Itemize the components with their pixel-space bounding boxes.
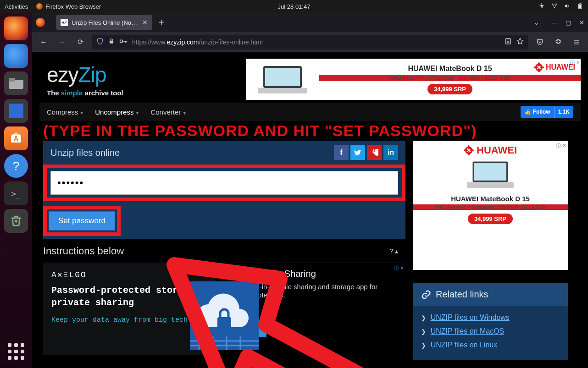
svg-point-42 bbox=[464, 149, 468, 152]
pocket-icon[interactable] bbox=[533, 35, 547, 49]
svg-rect-5 bbox=[580, 3, 581, 4]
facebook-follow[interactable]: 👍 Follow 1.1K bbox=[521, 106, 573, 118]
activities-button[interactable]: Activities bbox=[5, 3, 28, 10]
clock[interactable]: Jul 28 01:47 bbox=[278, 3, 311, 10]
top-banner-ad[interactable]: HUAWEI MateBook D 15 AMD Ryzen™ 7 Proces… bbox=[246, 59, 581, 100]
inline-ad-sub: Keep your data away from big tech bbox=[51, 315, 209, 325]
svg-rect-33 bbox=[217, 317, 231, 328]
svg-point-0 bbox=[541, 3, 542, 4]
inline-ad-headline: Password-protected storage & private sha… bbox=[51, 284, 209, 309]
tab-close-icon[interactable]: ✕ bbox=[142, 19, 148, 26]
tabs-dropdown-icon[interactable]: ⌄ bbox=[534, 19, 539, 26]
share-facebook[interactable]: f bbox=[334, 145, 349, 160]
svg-point-40 bbox=[468, 145, 470, 149]
link-icon bbox=[421, 290, 431, 300]
sidebar-ad-close-icon[interactable]: ⓘ ✕ bbox=[556, 143, 566, 149]
svg-text:A: A bbox=[14, 135, 18, 142]
network-icon[interactable] bbox=[551, 3, 558, 11]
key-icon[interactable] bbox=[119, 38, 128, 46]
lock-icon[interactable] bbox=[108, 38, 115, 46]
reader-mode-icon[interactable] bbox=[505, 38, 512, 46]
password-highlight-box bbox=[43, 165, 405, 201]
site-logo[interactable]: ezyZip The simple archive tool bbox=[39, 56, 123, 98]
sidebar-ad-title: HUAWEI MateBook D 15 bbox=[413, 195, 568, 203]
ad-close-icon[interactable]: ⓘ ✕ bbox=[570, 60, 580, 66]
laptop-icon bbox=[413, 159, 568, 193]
related-link-item: UNZIP files on MacOS bbox=[421, 324, 560, 338]
firefox-icon bbox=[36, 3, 43, 10]
share-buttons: f in bbox=[334, 145, 398, 160]
firefox-logo-icon bbox=[36, 18, 45, 27]
related-link[interactable]: UNZIP files on MacOS bbox=[431, 327, 505, 335]
tab-favicon: eZ bbox=[61, 19, 68, 26]
svg-rect-49 bbox=[474, 163, 506, 181]
active-app-label: Firefox Web Browser bbox=[45, 3, 101, 10]
svg-rect-8 bbox=[9, 78, 15, 82]
dock-ubuntu-software[interactable]: A bbox=[4, 126, 28, 150]
svg-rect-22 bbox=[258, 88, 307, 93]
set-password-button[interactable]: Set password bbox=[49, 211, 115, 231]
new-tab-button[interactable]: + bbox=[156, 17, 167, 28]
window-close-icon[interactable]: ✕ bbox=[579, 19, 584, 26]
gnome-topbar: Activities Firefox Web Browser Jul 28 01… bbox=[0, 0, 588, 13]
url-bar[interactable]: https://www.ezyzip.com/unzip-files-onlin… bbox=[92, 35, 528, 49]
share-twitter[interactable] bbox=[350, 145, 365, 160]
password-input[interactable] bbox=[50, 171, 398, 195]
sidebar-ad-spec: AMD Ryzen™ 7 Processor | 8G DDR | 512G S… bbox=[413, 204, 568, 210]
related-link[interactable]: UNZIP files on Windows bbox=[431, 313, 510, 321]
nav-converter[interactable]: Converter▼ bbox=[150, 108, 187, 116]
dock-show-apps[interactable] bbox=[5, 341, 27, 363]
reload-button[interactable]: ⟳ bbox=[73, 35, 87, 49]
window-maximize-icon[interactable]: ▢ bbox=[566, 19, 571, 26]
share-pinterest[interactable] bbox=[367, 145, 382, 160]
related-links-card: Related links UNZIP files on Windows UNZ… bbox=[413, 283, 568, 360]
dock-libreoffice-writer[interactable] bbox=[4, 99, 28, 123]
ubuntu-dock: A ? >_ bbox=[0, 13, 32, 368]
instructions-toggle[interactable]: ? ▴ bbox=[389, 247, 398, 255]
sidebar-ad-price: 34,999 SRP bbox=[468, 214, 513, 224]
dock-terminal[interactable]: >_ bbox=[4, 181, 28, 205]
laptop-icon bbox=[246, 59, 319, 100]
url-text: https://www.ezyzip.com/unzip-files-onlin… bbox=[132, 38, 500, 46]
svg-rect-21 bbox=[265, 68, 300, 86]
bookmark-star-icon[interactable] bbox=[516, 38, 524, 46]
svg-rect-6 bbox=[579, 4, 582, 8]
dock-firefox[interactable] bbox=[4, 16, 28, 40]
nav-compress[interactable]: Compress▼ bbox=[47, 108, 84, 116]
tracking-shield-icon[interactable] bbox=[96, 38, 104, 46]
dock-files[interactable] bbox=[4, 71, 28, 95]
browser-toolbar: ← → ⟳ https://www.ezyzip.com/unzip-files… bbox=[32, 32, 588, 52]
window-minimize-icon[interactable]: — bbox=[551, 19, 557, 26]
dock-trash[interactable] bbox=[4, 209, 28, 233]
menu-icon[interactable] bbox=[570, 35, 583, 49]
svg-point-25 bbox=[534, 66, 538, 69]
battery-icon[interactable] bbox=[577, 3, 583, 11]
ad-brand: HUAWEI bbox=[534, 62, 575, 72]
dock-help[interactable]: ? bbox=[4, 154, 28, 178]
extensions-icon[interactable] bbox=[551, 35, 565, 49]
ad-spec: AMD Ryzen™ 7 Processor | 8G DDR | 512G S… bbox=[319, 75, 581, 81]
sidebar-ad-brand: HUAWEI bbox=[413, 144, 568, 156]
site-navbar: Compress▼ Uncompress▼ Converter▼ 👍 Follo… bbox=[39, 103, 581, 121]
nav-uncompress[interactable]: Uncompress▼ bbox=[95, 108, 139, 116]
inline-ad-close-icon[interactable]: ⓘ ✕ bbox=[394, 265, 404, 271]
svg-point-24 bbox=[538, 68, 540, 72]
active-app-indicator[interactable]: Firefox Web Browser bbox=[36, 3, 101, 10]
svg-point-26 bbox=[540, 66, 544, 69]
sidebar-ad[interactable]: ⓘ ✕ HUAWEI HUAWEI MateBook D 15 AMD Ryze… bbox=[413, 141, 568, 270]
dock-thunderbird[interactable] bbox=[4, 44, 28, 68]
related-link[interactable]: UNZIP files on Linux bbox=[431, 341, 498, 349]
svg-rect-50 bbox=[467, 182, 514, 188]
card-title: Unzip files online bbox=[50, 148, 120, 158]
inline-ad-brand: A✕ΞLGO bbox=[51, 269, 209, 280]
svg-point-23 bbox=[538, 62, 540, 66]
back-button[interactable]: ← bbox=[37, 35, 50, 49]
forward-button: → bbox=[55, 35, 69, 49]
related-title: Related links bbox=[436, 289, 488, 300]
inline-ad[interactable]: A✕ΞLGO Password-protected storage & priv… bbox=[43, 263, 405, 355]
accessibility-icon[interactable] bbox=[538, 3, 545, 11]
browser-tab[interactable]: eZ Unzip Files Online (No lim ✕ bbox=[56, 15, 152, 30]
instructions-heading: Instructions below bbox=[43, 245, 124, 257]
share-linkedin[interactable]: in bbox=[383, 145, 398, 160]
volume-icon[interactable] bbox=[564, 3, 571, 11]
